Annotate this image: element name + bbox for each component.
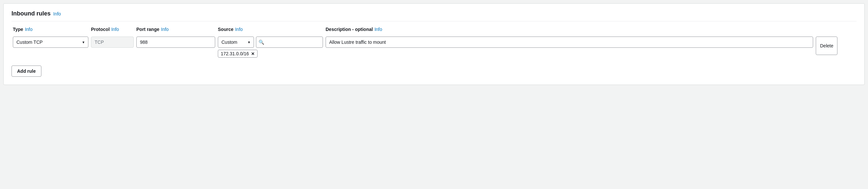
port-range-input[interactable] [136, 36, 215, 48]
col-source-label: Source [218, 27, 233, 32]
description-input[interactable] [326, 36, 813, 48]
delete-button[interactable]: Delete [816, 36, 837, 55]
section-title: Inbound rules [11, 10, 51, 17]
col-header-actions [816, 27, 855, 32]
source-tag: 172.31.0.0/16 ✕ [218, 50, 257, 58]
table-row: Custom TCPCustom UDPCustom ICMPAll traff… [11, 35, 857, 59]
port-range-cell [136, 36, 215, 48]
col-type-info[interactable]: Info [25, 27, 33, 32]
type-select[interactable]: Custom TCPCustom UDPCustom ICMPAll traff… [13, 36, 88, 48]
source-type-select[interactable]: CustomAnywhere-IPv4Anywhere-IPv6My IP [218, 36, 254, 48]
col-source-info[interactable]: Info [235, 27, 243, 32]
rules-container: Custom TCPCustom UDPCustom ICMPAll traff… [11, 35, 857, 59]
source-search-wrapper: 🔍 [256, 36, 323, 48]
col-protocol-info[interactable]: Info [112, 27, 119, 32]
col-description-info[interactable]: Info [375, 27, 382, 32]
col-protocol-label: Protocol [91, 27, 110, 32]
col-port-range-label: Port range [136, 27, 159, 32]
col-port-range-info[interactable]: Info [161, 27, 168, 32]
table-header: Type Info Protocol Info Port range Info … [11, 27, 857, 32]
source-tag-remove-icon[interactable]: ✕ [251, 52, 255, 56]
section-info-link[interactable]: Info [53, 11, 61, 17]
col-type-label: Type [13, 27, 23, 32]
description-cell [326, 36, 813, 48]
source-cell: CustomAnywhere-IPv4Anywhere-IPv6My IP ▼ … [218, 36, 323, 58]
inbound-rules-section: Inbound rules Info Type Info Protocol In… [3, 3, 865, 85]
type-cell: Custom TCPCustom UDPCustom ICMPAll traff… [13, 36, 88, 48]
protocol-input [91, 36, 134, 48]
col-header-protocol: Protocol Info [91, 27, 134, 32]
add-rule-button[interactable]: Add rule [11, 65, 41, 77]
type-select-wrapper: Custom TCPCustom UDPCustom ICMPAll traff… [13, 36, 88, 48]
col-header-port-range: Port range Info [136, 27, 215, 32]
source-search-input[interactable] [256, 36, 323, 48]
source-input-row: CustomAnywhere-IPv4Anywhere-IPv6My IP ▼ … [218, 36, 323, 48]
col-header-source: Source Info [218, 27, 323, 32]
source-type-select-wrapper: CustomAnywhere-IPv4Anywhere-IPv6My IP ▼ [218, 36, 254, 48]
delete-cell: Delete [816, 36, 855, 55]
col-header-description: Description - optional Info [326, 27, 813, 32]
source-tag-value: 172.31.0.0/16 [221, 51, 249, 56]
col-description-label: Description - optional [326, 27, 373, 32]
section-header: Inbound rules Info [11, 10, 857, 21]
col-header-type: Type Info [13, 27, 88, 32]
protocol-cell [91, 36, 134, 48]
